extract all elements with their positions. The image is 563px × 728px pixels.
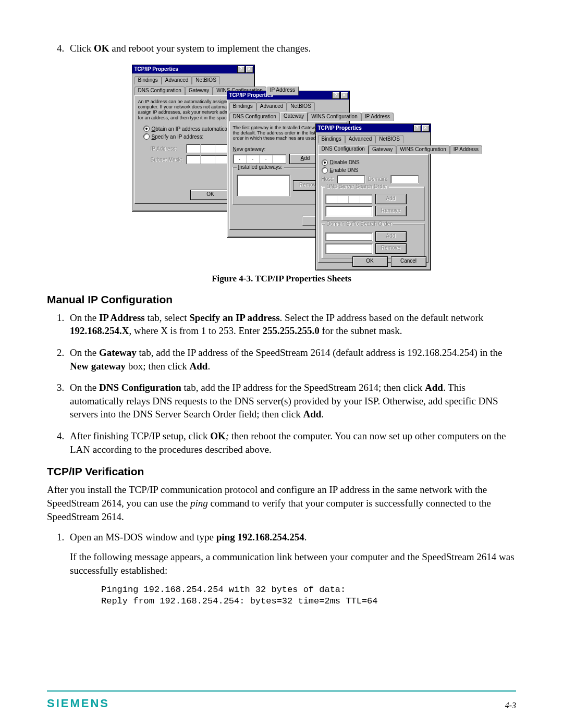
close-button[interactable]: ×	[246, 66, 253, 73]
cancel-button[interactable]: Cancel	[391, 256, 426, 267]
radio-icon	[143, 126, 150, 132]
page-number: 4-3	[505, 701, 516, 710]
list-dns[interactable]	[325, 206, 372, 216]
txt-bold: OK	[94, 43, 109, 54]
verify-para: After you install the TCP/IP communicati…	[47, 483, 516, 523]
tab-netbios[interactable]: NetBIOS	[192, 76, 219, 84]
figure-4-3: TCP/IP Properties ? × Bindings Advanced …	[132, 65, 432, 270]
help-button[interactable]: ?	[413, 125, 421, 132]
tab-netbios[interactable]: NetBIOS	[287, 102, 314, 110]
label-host: Host:	[322, 176, 334, 182]
add-button[interactable]: Add	[375, 231, 407, 242]
list-suffix[interactable]	[325, 243, 372, 254]
step-4: Click OK and reboot your system to imple…	[67, 42, 516, 55]
radio-label: Disable DNS	[330, 159, 360, 165]
tab-bindings[interactable]: Bindings	[229, 102, 256, 110]
titlebar: TCP/IP Properties ? ×	[132, 65, 254, 73]
tab-gateway[interactable]: Gateway	[280, 112, 308, 121]
tab-wins[interactable]: WINS Configuration	[396, 145, 449, 154]
txt: and reboot your system to implement the …	[109, 43, 311, 54]
help-button[interactable]: ?	[237, 66, 245, 73]
heading-manual-ip: Manual IP Configuration	[47, 293, 516, 306]
title-text: TCP/IP Properties	[318, 125, 362, 131]
input-dns[interactable]	[325, 194, 372, 204]
txt: Click	[70, 43, 94, 54]
list-installed-gateways[interactable]	[237, 175, 290, 196]
tab-dns[interactable]: DNS Configuration	[318, 145, 369, 154]
title-text: TCP/IP Properties	[134, 66, 178, 72]
manual-step-3: On the DNS Configuration tab, add the IP…	[67, 381, 516, 421]
heading-verification: TCP/IP Verification	[47, 465, 516, 478]
radio-enable-dns[interactable]: Enable DNS	[322, 167, 425, 174]
figure-caption: Figure 4-3. TCP/IP Properties Sheets	[47, 274, 516, 284]
radio-label: Enable DNS	[330, 167, 359, 173]
label-suffix-order: Domain Suffix Search Order	[325, 221, 394, 227]
tabs-row1: Bindings Advanced NetBIOS	[134, 76, 252, 84]
add-button[interactable]: Add	[375, 194, 407, 204]
tab-gateway[interactable]: Gateway	[369, 145, 396, 154]
input-domain[interactable]	[390, 175, 419, 183]
radio-icon	[322, 167, 328, 174]
label-installed: Installed gateways:	[237, 164, 284, 170]
verify-step-1: Open an MS-DOS window and type ping 192.…	[67, 530, 516, 606]
help-button[interactable]: ?	[332, 92, 340, 99]
radio-label: OObtain an IP address automaticallybtain…	[152, 126, 232, 132]
tab-advanced[interactable]: Advanced	[162, 76, 192, 84]
tab-ipaddress[interactable]: IP Address	[361, 113, 394, 121]
ok-button[interactable]: OK	[352, 256, 388, 267]
tab-ipaddress[interactable]: IP Address	[450, 145, 482, 154]
close-button[interactable]: ×	[422, 125, 430, 132]
remove-button[interactable]: Remove	[375, 243, 407, 254]
remove-button[interactable]: Remove	[375, 206, 407, 216]
input-host[interactable]	[337, 175, 365, 183]
tab-wins[interactable]: WINS Configuration	[308, 113, 361, 121]
label-search-order: DNS Server Search Order	[325, 183, 389, 189]
manual-step-4: After finishing TCP/IP setup, click OK; …	[67, 429, 516, 456]
radio-label: Specify an IP address:	[152, 134, 204, 140]
radio-icon	[322, 159, 328, 166]
manual-step-1: On the IP Address tab, select Specify an…	[67, 311, 516, 338]
tab-advanced[interactable]: Advanced	[345, 135, 375, 143]
radio-icon	[143, 133, 150, 140]
ping-output: Pinging 192.168.254.254 with 32 bytes of…	[101, 584, 516, 607]
tab-netbios[interactable]: NetBIOS	[375, 135, 403, 143]
footer-rule	[47, 690, 516, 692]
tab-dns[interactable]: DNS Configuration	[134, 87, 185, 95]
tab-gateway[interactable]: Gateway	[185, 87, 213, 95]
tab-dns[interactable]: DNS Configuration	[229, 113, 280, 121]
verify-follow: If the following message appears, a comm…	[70, 550, 516, 577]
tab-advanced[interactable]: Advanced	[256, 102, 287, 110]
input-suffix[interactable]	[325, 232, 372, 241]
tab-ipaddress[interactable]: IP Address	[266, 86, 299, 95]
manual-step-2: On the Gateway tab, add the IP address o…	[67, 346, 516, 373]
tab-bindings[interactable]: Bindings	[134, 76, 162, 84]
dialog-dns: TCP/IP Properties ? × Bindings Advanced …	[315, 124, 431, 270]
close-button[interactable]: ×	[340, 92, 348, 99]
titlebar: TCP/IP Properties ? ×	[316, 124, 431, 132]
label-mask: Subnet Mask:	[151, 157, 183, 163]
brand-logo: SIEMENS	[47, 697, 109, 710]
tab-bindings[interactable]: Bindings	[318, 135, 345, 143]
label-domain: Domain:	[368, 176, 387, 182]
input-new-gateway[interactable]: ...	[233, 154, 286, 164]
radio-disable-dns[interactable]: Disable DNS	[322, 159, 425, 166]
ok-button[interactable]: OK	[190, 190, 231, 200]
label-ip: IP Address:	[151, 146, 183, 152]
